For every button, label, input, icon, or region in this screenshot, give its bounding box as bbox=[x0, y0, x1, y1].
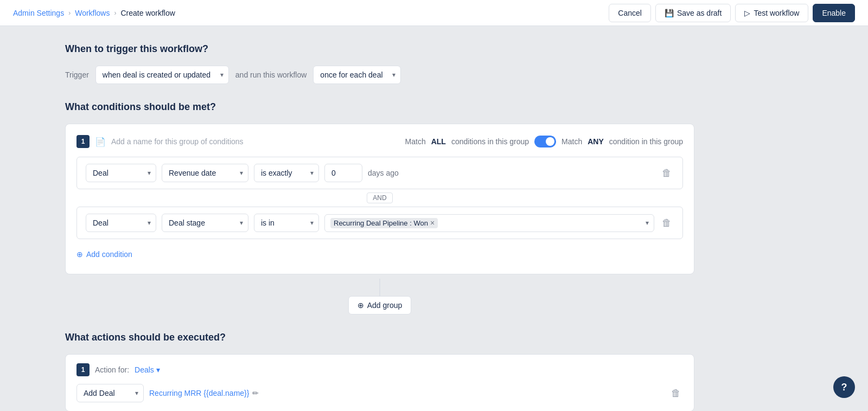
breadcrumb-admin-settings[interactable]: Admin Settings bbox=[13, 9, 64, 17]
action-name-text: Recurring MRR {{deal.name}} ✏ bbox=[149, 389, 259, 397]
action-row: Add Deal Update Deal Delete Deal ▾ Recur… bbox=[76, 384, 683, 402]
add-group-icon: ⊕ bbox=[358, 301, 364, 310]
group-number: 1 bbox=[76, 135, 90, 148]
action-edit-icon[interactable]: ✏ bbox=[252, 389, 259, 397]
trigger-select-wrapper: when deal is created or updated when dea… bbox=[95, 66, 229, 84]
test-workflow-button[interactable]: ▷ Test workflow bbox=[735, 4, 808, 22]
main-content: When to trigger this workflow? Trigger w… bbox=[0, 26, 760, 411]
condition2-operator-wrapper: is in is not in is exactly ▾ bbox=[254, 214, 319, 232]
condition1-delete-button[interactable]: 🗑 bbox=[660, 165, 674, 181]
trigger-label: Trigger bbox=[65, 70, 89, 79]
action-type-select[interactable]: Add Deal Update Deal Delete Deal bbox=[76, 384, 144, 402]
trigger-select[interactable]: when deal is created or updated when dea… bbox=[95, 66, 229, 84]
tag-recurring-deal: Recurring Deal Pipeline : Won × bbox=[330, 218, 438, 228]
condition1-entity-wrapper: Deal Contact ▾ bbox=[86, 164, 156, 182]
save-icon: 💾 bbox=[665, 9, 674, 17]
action-type-wrapper: Add Deal Update Deal Delete Deal ▾ bbox=[76, 384, 144, 402]
condition-group-1: 1 📄 Match ALL conditions in this group M… bbox=[65, 124, 694, 274]
save-draft-button[interactable]: 💾 Save as draft bbox=[655, 4, 731, 22]
and-badge: AND bbox=[367, 192, 392, 203]
group-header: 1 📄 Match ALL conditions in this group M… bbox=[76, 135, 683, 148]
condition2-field-wrapper: Deal stage Revenue date Deal name ▾ bbox=[162, 214, 248, 232]
actions-section: What actions should be executed? 1 Actio… bbox=[65, 332, 694, 411]
deals-chevron-icon: ▾ bbox=[156, 365, 160, 374]
run-label: and run this workflow bbox=[235, 70, 307, 79]
breadcrumb-current: Create workflow bbox=[120, 9, 175, 17]
header-actions: Cancel 💾 Save as draft ▷ Test workflow E… bbox=[609, 4, 855, 22]
breadcrumb-sep-1: › bbox=[68, 9, 71, 17]
condition1-entity-select[interactable]: Deal Contact bbox=[86, 164, 156, 182]
conditions-section-title: What conditions should be met? bbox=[65, 101, 694, 113]
action-delete-button[interactable]: 🗑 bbox=[669, 386, 683, 401]
match-any-label: Match bbox=[561, 137, 582, 146]
add-condition-button[interactable]: ⊕ Add condition bbox=[76, 246, 132, 263]
header: Admin Settings › Workflows › Create work… bbox=[0, 0, 868, 26]
actions-section-title: What actions should be executed? bbox=[65, 332, 694, 343]
group-header-left: 1 📄 bbox=[76, 135, 263, 148]
run-select[interactable]: once for each deal every time once per d… bbox=[313, 66, 401, 84]
vertical-connector bbox=[379, 279, 380, 296]
match-all-label: Match bbox=[405, 137, 426, 146]
condition2-tag-input[interactable]: Recurring Deal Pipeline : Won × bbox=[324, 214, 654, 232]
condition1-value-input[interactable] bbox=[324, 164, 362, 182]
condition1-days-label: days ago bbox=[368, 169, 399, 177]
condition2-delete-button[interactable]: 🗑 bbox=[660, 215, 674, 231]
match-any-suffix: condition in this group bbox=[609, 137, 683, 146]
condition2-entity-select[interactable]: Deal Contact bbox=[86, 214, 156, 232]
action-group-1: 1 Action for: Deals ▾ Add Deal Update De… bbox=[65, 354, 694, 411]
add-group-container: ⊕ Add group bbox=[65, 279, 694, 314]
match-any-bold: ANY bbox=[588, 137, 604, 146]
condition2-value-wrapper: Recurring Deal Pipeline : Won × ▾ bbox=[324, 214, 654, 232]
run-select-wrapper: once for each deal every time once per d… bbox=[313, 66, 401, 84]
condition1-operator-select[interactable]: is exactly is before is after bbox=[254, 164, 319, 182]
condition1-field-wrapper: Revenue date Deal name Deal stage ▾ bbox=[162, 164, 248, 182]
condition2-entity-wrapper: Deal Contact ▾ bbox=[86, 214, 156, 232]
condition1-field-select[interactable]: Revenue date Deal name Deal stage bbox=[162, 164, 248, 182]
tag-remove-button[interactable]: × bbox=[430, 219, 435, 227]
condition1-operator-wrapper: is exactly is before is after ▾ bbox=[254, 164, 319, 182]
action-for-label: Action for: bbox=[95, 365, 129, 374]
match-all-suffix: conditions in this group bbox=[451, 137, 529, 146]
add-condition-icon: ⊕ bbox=[76, 250, 83, 259]
condition2-field-select[interactable]: Deal stage Revenue date Deal name bbox=[162, 214, 248, 232]
action-deals-link[interactable]: Deals ▾ bbox=[135, 365, 160, 374]
trigger-section-title: When to trigger this workflow? bbox=[65, 43, 694, 55]
cancel-button[interactable]: Cancel bbox=[609, 4, 651, 22]
match-all-bold: ALL bbox=[431, 137, 446, 146]
match-toggle-row: Match ALL conditions in this group Match… bbox=[405, 136, 683, 147]
action-group-number: 1 bbox=[76, 363, 90, 376]
breadcrumb-workflows[interactable]: Workflows bbox=[75, 9, 110, 17]
help-button[interactable]: ? bbox=[833, 376, 855, 398]
play-icon: ▷ bbox=[744, 9, 750, 17]
match-toggle-switch[interactable] bbox=[534, 136, 556, 147]
enable-button[interactable]: Enable bbox=[813, 4, 855, 22]
condition-row-2: Deal Contact ▾ Deal stage Revenue date D… bbox=[76, 207, 683, 239]
condition-row-1: Deal Contact ▾ Revenue date Deal name De… bbox=[76, 157, 683, 189]
group-name-input[interactable] bbox=[111, 137, 263, 146]
condition2-operator-select[interactable]: is in is not in is exactly bbox=[254, 214, 319, 232]
vertical-line bbox=[379, 279, 380, 296]
doc-icon: 📄 bbox=[95, 137, 106, 147]
breadcrumb: Admin Settings › Workflows › Create work… bbox=[13, 9, 175, 17]
and-connector: AND bbox=[76, 189, 683, 207]
action-header: 1 Action for: Deals ▾ bbox=[76, 363, 683, 376]
breadcrumb-sep-2: › bbox=[114, 9, 116, 17]
conditions-section: What conditions should be met? 1 📄 Match… bbox=[65, 101, 694, 314]
trigger-section: When to trigger this workflow? Trigger w… bbox=[65, 43, 694, 84]
add-group-button[interactable]: ⊕ Add group bbox=[348, 296, 412, 314]
trigger-row: Trigger when deal is created or updated … bbox=[65, 66, 694, 84]
